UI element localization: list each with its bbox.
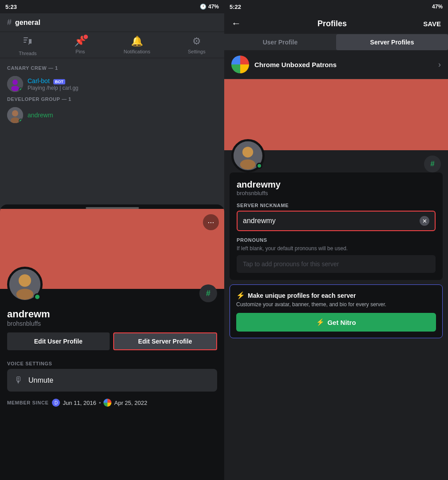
svg-point-13 (242, 147, 253, 157)
unmute-button[interactable]: 🎙 Unmute (7, 369, 217, 392)
tab-threads[interactable]: Threads (19, 36, 36, 56)
nitro-icon: ⚡ (236, 291, 245, 300)
voice-settings-section: VOICE SETTINGS 🎙 Unmute (0, 356, 224, 394)
server-name: Chrome Unboxed Patrons (254, 61, 438, 68)
profile-card-overlay: ··· # andrewm brohsnbluffs Edit User Pro… (0, 204, 224, 480)
group-canary-label: CANARY CREW — 1 (0, 64, 224, 73)
server-nickname-label: SERVER NICKNAME (237, 203, 436, 208)
settings-icon: ⚙ (192, 36, 201, 47)
threads-icon (22, 36, 33, 49)
right-status-icons: 47% (432, 4, 443, 10)
right-time: 5:22 (230, 4, 241, 10)
avatar (7, 76, 23, 92)
discord-logo-icon: D (52, 399, 60, 407)
group-developer-label: DEVELOPER GROUP — 1 (0, 95, 224, 104)
pronouns-label: PRONOUNS (237, 237, 436, 243)
nickname-field-wrap: ✕ (237, 211, 436, 231)
svg-point-11 (16, 289, 34, 300)
tab-server-profiles[interactable]: Server Profiles (336, 34, 448, 50)
profile-discriminator: brohsnbluffs (7, 320, 217, 327)
nitro-upsell-card: ⚡ Make unique profiles for each server C… (230, 284, 443, 338)
member-name: andrewm (28, 112, 53, 119)
channel-name: general (15, 19, 40, 27)
member-sub: Playing /help | carl.gg (28, 85, 79, 91)
profiles-header: ← Profiles SAVE (224, 13, 448, 34)
channel-header: # general (0, 13, 224, 32)
profile-preview-area: # (224, 79, 448, 168)
tab-pins[interactable]: 📌 Pins (74, 36, 86, 56)
left-status-icons: 🕐 47% (200, 4, 219, 10)
profile-avatar-wrap (7, 267, 43, 302)
get-nitro-label: Get Nitro (327, 319, 356, 326)
nitro-upsell-title-text: Make unique profiles for each server (248, 292, 356, 299)
member-since-date1: Jun 11, 2016 (63, 400, 96, 406)
profiles-title: Profiles (317, 19, 347, 28)
profile-card-username: andrewmy (237, 180, 436, 190)
nickname-clear-button[interactable]: ✕ (420, 216, 429, 226)
member-info: Carl-bot BOT Playing /help | carl.gg (28, 77, 79, 91)
member-since-dates: D Jun 11, 2016 • Apr 25, 2022 (52, 399, 147, 407)
status-dot (19, 88, 23, 92)
microphone-muted-icon: 🎙 (14, 375, 23, 385)
notifications-label: Notifications (124, 49, 151, 54)
status-dot (19, 119, 23, 123)
left-panel: 5:23 🕐 47% # general Threads 📌 (0, 0, 224, 480)
profile-action-buttons: Edit User Profile Edit Server Profile (7, 332, 217, 350)
pins-badge (83, 34, 89, 40)
more-options-button[interactable]: ··· (203, 214, 219, 230)
server-row[interactable]: Chrome Unboxed Patrons › (224, 50, 448, 79)
threads-label: Threads (19, 51, 36, 56)
back-button[interactable]: ← (231, 18, 241, 29)
svg-point-4 (12, 80, 18, 85)
svg-point-10 (19, 274, 31, 287)
date-separator: • (99, 400, 101, 406)
edit-user-profile-button[interactable]: Edit User Profile (7, 332, 110, 350)
svg-rect-1 (24, 40, 27, 40)
nitro-upsell-description: Customize your avatar, banner, theme, an… (236, 301, 436, 308)
left-time: 5:23 (5, 4, 17, 10)
server-logo-icon (231, 56, 249, 73)
list-item[interactable]: Carl-bot BOT Playing /help | carl.gg (0, 73, 224, 95)
left-status-bar: 5:23 🕐 47% (0, 0, 224, 13)
profile-preview-status-dot (256, 163, 262, 169)
nitro-btn-icon: ⚡ (316, 318, 325, 326)
profiles-tabs: User Profile Server Profiles (224, 34, 448, 50)
battery-left: 47% (208, 4, 219, 10)
svg-point-7 (12, 110, 18, 116)
tab-settings[interactable]: ⚙ Settings (188, 36, 206, 56)
svg-rect-0 (24, 37, 28, 38)
profile-card-right: andrewmy brohsnbluffs SERVER NICKNAME ✕ … (230, 172, 443, 280)
get-nitro-button[interactable]: ⚡ Get Nitro (236, 313, 436, 332)
avatar (7, 107, 23, 123)
nitro-upsell-title: ⚡ Make unique profiles for each server (236, 291, 436, 300)
svg-point-5 (11, 86, 19, 91)
alarm-icon: 🕐 (200, 4, 206, 10)
profile-hash-button[interactable]: # (199, 284, 217, 302)
voice-settings-label: VOICE SETTINGS (7, 361, 217, 366)
settings-label: Settings (188, 49, 206, 54)
pronouns-input[interactable]: Tap to add pronouns for this server (237, 255, 436, 273)
svg-point-14 (240, 160, 256, 170)
profile-banner: ··· # (0, 209, 224, 289)
bot-badge: BOT (53, 79, 65, 84)
profile-username: andrewm (7, 308, 217, 320)
tab-notifications[interactable]: 🔔 Notifications (124, 36, 151, 56)
right-battery: 47% (432, 4, 443, 10)
member-since-row: MEMBER SINCE D Jun 11, 2016 • Apr 25, 20… (0, 394, 224, 411)
list-item[interactable]: andrewm (0, 104, 224, 126)
member-since-label: MEMBER SINCE (7, 400, 48, 405)
nickname-input[interactable] (243, 217, 420, 225)
profile-card-discriminator: brohsnbluffs (237, 190, 436, 196)
chevron-right-icon: › (438, 60, 441, 69)
online-status-dot (34, 293, 41, 300)
pronouns-hint: If left blank, your default pronouns wil… (237, 245, 436, 252)
pins-label: Pins (75, 49, 85, 54)
member-name: Carl-bot BOT (28, 77, 65, 84)
svg-rect-2 (24, 42, 26, 43)
pins-icon: 📌 (74, 36, 86, 47)
save-button[interactable]: SAVE (423, 20, 441, 28)
profile-preview-hash-button[interactable]: # (424, 156, 441, 172)
edit-server-profile-button[interactable]: Edit Server Profile (113, 332, 218, 350)
tab-user-profile[interactable]: User Profile (224, 34, 336, 50)
chrome-logo-icon (103, 399, 111, 407)
